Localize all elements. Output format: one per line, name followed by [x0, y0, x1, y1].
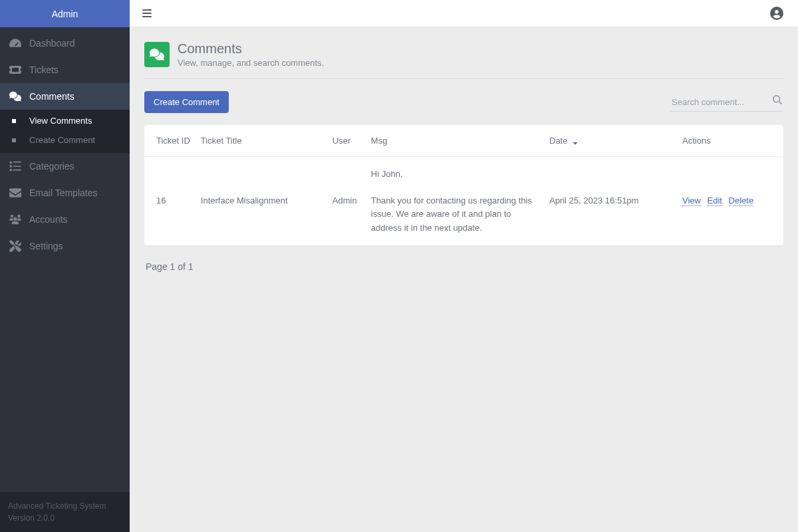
- table-card: Ticket ID Ticket Title User Msg Date Act…: [144, 125, 783, 245]
- create-comment-button[interactable]: Create Comment: [144, 91, 229, 113]
- submenu-item-create-comment[interactable]: Create Comment: [0, 130, 130, 150]
- sort-desc-icon: [572, 138, 579, 145]
- actions-row: Create Comment: [144, 79, 783, 125]
- page-title-text: Comments View, manage, and search commen…: [178, 41, 324, 68]
- edit-link[interactable]: Edit: [708, 196, 722, 206]
- sidebar-item-label: Accounts: [29, 214, 68, 225]
- search-wrap: [670, 93, 783, 112]
- sidebar-item-categories[interactable]: Categories: [0, 153, 130, 180]
- table-header-msg[interactable]: Msg: [366, 125, 544, 157]
- cell-user: Admin: [327, 157, 366, 245]
- sidebar-item-dashboard[interactable]: Dashboard: [0, 30, 130, 57]
- delete-link[interactable]: Delete: [729, 196, 754, 206]
- content: Comments View, manage, and search commen…: [130, 27, 798, 301]
- sidebar-item-tickets[interactable]: Tickets: [0, 57, 130, 83]
- footer-version: Version 2.0.0: [8, 512, 122, 524]
- sidebar-menu: Dashboard Tickets Comments View Comments…: [0, 27, 130, 492]
- table-header-actions: Actions: [677, 125, 783, 157]
- submenu-item-view-comments[interactable]: View Comments: [0, 111, 130, 130]
- cell-ticket-title: Interface Misalignment: [196, 157, 327, 245]
- view-link[interactable]: View: [682, 196, 701, 206]
- comments-badge-icon: [144, 42, 170, 67]
- cell-msg: Hi John, Thank you for contacting us reg…: [366, 157, 544, 245]
- sidebar-item-label: Comments: [29, 91, 74, 102]
- search-input[interactable]: [670, 93, 783, 112]
- table-header-user[interactable]: User: [327, 125, 366, 157]
- sidebar-item-label: Dashboard: [29, 38, 75, 49]
- table-header-date[interactable]: Date: [544, 125, 677, 157]
- pagination: Page 1 of 1: [144, 245, 783, 288]
- tachometer-icon: [9, 37, 29, 49]
- page-title: Comments: [178, 41, 324, 57]
- list-icon: [9, 160, 29, 172]
- sidebar-item-label: Email Templates: [29, 188, 97, 198]
- topbar: [130, 0, 798, 27]
- sidebar-title[interactable]: Admin: [0, 0, 130, 27]
- submenu-item-label: Create Comment: [29, 135, 95, 145]
- menu-toggle-icon[interactable]: [142, 8, 152, 19]
- cell-actions: View Edit Delete: [677, 157, 783, 245]
- comments-submenu: View Comments Create Comment: [0, 110, 130, 153]
- table-header-ticket-title[interactable]: Ticket Title: [196, 125, 327, 157]
- users-icon: [9, 213, 29, 225]
- sidebar-item-label: Settings: [29, 241, 63, 251]
- bullet-icon: [9, 138, 29, 142]
- comments-table: Ticket ID Ticket Title User Msg Date Act…: [144, 125, 783, 245]
- sidebar-item-settings[interactable]: Settings: [0, 233, 130, 259]
- table-header-ticket-id[interactable]: Ticket ID: [144, 125, 196, 157]
- page-subtitle: View, manage, and search comments.: [178, 58, 324, 68]
- comments-icon: [9, 90, 29, 102]
- sidebar-item-label: Tickets: [29, 65, 59, 75]
- ticket-icon: [9, 64, 29, 76]
- sidebar-footer: Advanced Ticketing System Version 2.0.0: [0, 492, 130, 532]
- submenu-item-label: View Comments: [29, 116, 92, 126]
- sidebar-item-label: Categories: [29, 161, 74, 172]
- cell-date: April 25, 2023 16:51pm: [544, 157, 677, 245]
- sidebar: Admin Dashboard Tickets Comments View Co…: [0, 0, 130, 532]
- user-menu-icon[interactable]: [770, 7, 783, 20]
- main: Comments View, manage, and search commen…: [130, 0, 798, 532]
- table-row: 16 Interface Misalignment Admin Hi John,…: [144, 157, 783, 245]
- tools-icon: [9, 240, 29, 252]
- sidebar-item-accounts[interactable]: Accounts: [0, 206, 130, 233]
- table-header-date-label: Date: [549, 136, 567, 146]
- envelope-icon: [9, 187, 29, 199]
- page-title-row: Comments View, manage, and search commen…: [144, 41, 783, 79]
- sidebar-item-comments[interactable]: Comments: [0, 83, 130, 110]
- sidebar-item-email-templates[interactable]: Email Templates: [0, 180, 130, 206]
- bullet-icon: [9, 119, 29, 123]
- footer-title: Advanced Ticketing System: [8, 500, 122, 512]
- cell-ticket-id: 16: [144, 157, 196, 245]
